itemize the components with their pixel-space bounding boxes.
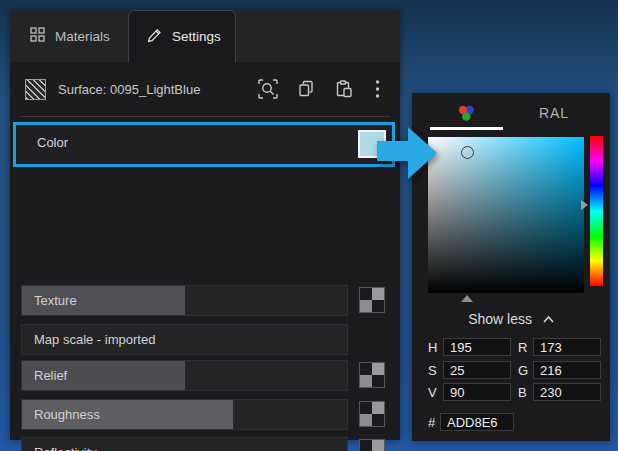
value-input-hex[interactable] xyxy=(440,413,514,431)
property-field[interactable]: Map scale - imported xyxy=(21,324,348,355)
color-row-highlight: Color xyxy=(13,122,395,167)
texture-checker-icon[interactable] xyxy=(359,362,385,388)
tab-rgb-picker[interactable] xyxy=(430,99,503,127)
tab-bar: Materials Settings xyxy=(10,10,400,62)
tab-materials[interactable]: Materials xyxy=(24,10,124,62)
value-label-B: B xyxy=(518,385,532,400)
tab-ral-label: RAL xyxy=(539,105,569,121)
property-row-reflectivity: Reflectivity xyxy=(10,437,400,451)
value-input-H[interactable] xyxy=(443,338,511,356)
value-label-H: H xyxy=(428,340,442,355)
settings-panel: Materials Settings Surface: 0095_LightBl… xyxy=(10,10,400,440)
property-label: Roughness xyxy=(34,407,100,422)
property-row-roughness: Roughness xyxy=(10,399,400,430)
property-label: Map scale - imported xyxy=(34,332,155,347)
copy-icon[interactable] xyxy=(294,77,318,101)
tab-materials-label: Materials xyxy=(55,29,110,44)
value-input-S[interactable] xyxy=(443,361,511,379)
color-swatch[interactable] xyxy=(358,130,386,158)
rgb-dots-icon xyxy=(457,105,476,122)
saturation-value-field[interactable] xyxy=(428,137,584,293)
paste-icon[interactable] xyxy=(332,77,356,101)
property-row-relief: Relief xyxy=(10,360,400,391)
property-slider[interactable]: Texture xyxy=(21,285,348,316)
value-label-G: G xyxy=(518,363,532,378)
tab-settings[interactable]: Settings xyxy=(128,10,236,62)
kebab-menu-icon[interactable] xyxy=(370,77,384,101)
show-less-label: Show less xyxy=(468,311,532,327)
texture-checker-icon[interactable] xyxy=(359,287,385,313)
property-label: Relief xyxy=(34,368,67,383)
tab-ral[interactable]: RAL xyxy=(524,101,584,125)
value-label-V: V xyxy=(428,385,442,400)
hue-slider-marker[interactable] xyxy=(581,200,588,210)
value-input-R[interactable] xyxy=(533,338,601,356)
grid-icon xyxy=(30,27,45,45)
texture-checker-icon[interactable] xyxy=(359,439,385,451)
hue-slider[interactable] xyxy=(590,136,603,286)
property-field[interactable]: Reflectivity xyxy=(21,437,348,451)
tab-settings-label: Settings xyxy=(172,29,221,44)
value-label-R: R xyxy=(518,340,532,355)
property-row-texture: Texture xyxy=(10,285,400,316)
value-input-G[interactable] xyxy=(533,361,601,379)
property-slider[interactable]: Roughness xyxy=(21,399,348,430)
active-tab-underline xyxy=(430,127,503,130)
property-slider[interactable]: Relief xyxy=(21,360,348,391)
show-less-button[interactable]: Show less xyxy=(412,311,610,327)
magnify-select-icon[interactable] xyxy=(256,77,280,101)
surface-swatch-icon xyxy=(25,79,46,100)
value-input-V[interactable] xyxy=(443,383,511,401)
surface-name: Surface: 0095_LightBlue xyxy=(58,82,200,97)
color-row-label: Color xyxy=(37,135,68,150)
color-picker-panel: RAL Show less HSVRGB# xyxy=(412,93,610,441)
texture-checker-icon[interactable] xyxy=(359,401,385,427)
property-row-map-scale-imported: Map scale - imported xyxy=(10,324,400,355)
color-cursor[interactable] xyxy=(461,146,474,159)
chevron-up-icon xyxy=(543,316,554,323)
surface-header: Surface: 0095_LightBlue xyxy=(10,62,400,116)
value-label-S: S xyxy=(428,363,442,378)
value-input-B[interactable] xyxy=(533,383,601,401)
divider xyxy=(20,116,390,117)
pencil-icon xyxy=(147,28,162,46)
property-label: Reflectivity xyxy=(34,445,97,451)
color-row[interactable]: Color xyxy=(16,125,392,164)
saturation-marker[interactable] xyxy=(461,295,473,302)
property-label: Texture xyxy=(34,293,77,308)
